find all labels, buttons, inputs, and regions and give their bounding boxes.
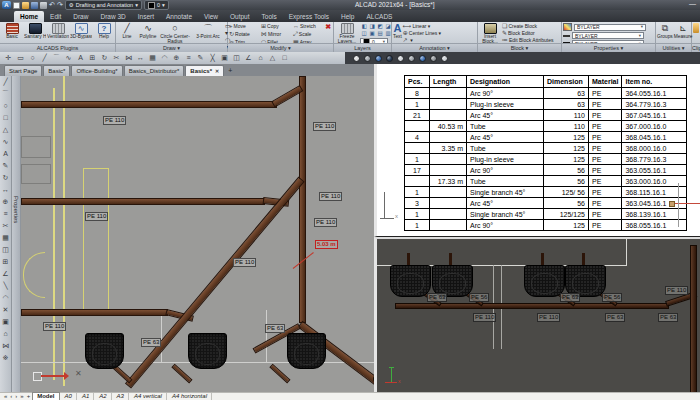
doc-tab[interactable]: Office-Building* [71,65,122,76]
layout-tab-model[interactable]: Model [32,392,59,400]
tool-icon[interactable]: ↻ [99,53,110,63]
panel-label[interactable]: Properties ▾ [562,43,655,52]
layout-tab-a4-horizontal[interactable]: A4 horizontal [168,393,212,400]
tool-icon[interactable]: ▣ [1,316,11,328]
doc-tab[interactable]: Basic* [43,65,70,76]
modify-rotate-button[interactable]: ↻Rotate [229,31,260,38]
linetype-dropdown[interactable]: BYLAYER▾ [572,32,644,39]
tool-icon[interactable]: ✎ [195,53,206,63]
modify-move-button[interactable]: +Move [229,23,260,30]
tool-icon[interactable]: ⌒ [51,53,62,63]
panel-label[interactable]: Draw ▾ [116,43,227,52]
tool-icon[interactable]: ╳ [207,53,218,63]
tool-icon[interactable]: ○ [1,100,11,112]
ribbon-tab-draw[interactable]: Draw [67,11,94,22]
tool-icon[interactable]: ∠ [243,53,254,63]
panel-label[interactable]: Block ▾ [478,43,561,52]
groups-button[interactable]: ⧉ Groups [657,23,673,39]
tool-icon[interactable]: ∠ [1,268,11,280]
layout-tab-a1[interactable]: A1 [78,393,94,400]
line-button[interactable]: ╱Line [117,23,137,39]
open-file-icon[interactable] [22,2,29,9]
paste-icon[interactable] [693,23,699,33]
workspace-dropdown[interactable]: ⚙ Drafting and Annotation ▾ [65,0,142,10]
new-file-icon[interactable] [13,2,20,9]
tool-icon[interactable]: ⊞ [1,256,11,268]
3-point-arc-button[interactable]: ⌒3-Point Arc [192,23,224,39]
sanitary-heating-button[interactable]: Sanitary Heating [24,23,46,39]
layout-tab-a0[interactable]: A0 [61,393,77,400]
doc-tab[interactable]: Start Page [4,65,42,76]
view-style-icon[interactable] [430,55,437,62]
tool-icon[interactable]: ◠ [159,53,170,63]
layout-nav-icon[interactable]: ‹ [9,393,13,400]
tool-icon[interactable]: ⊞ [87,53,98,63]
save-icon[interactable] [31,2,38,9]
tool-icon[interactable]: ⌂ [1,328,11,340]
section-3d-viewport[interactable]: x PE 63PE 56PE 63PE 56PE 110PE 110PE 63P… [374,237,700,392]
tool-icon[interactable]: ╲ [1,280,11,292]
parts-list-pane[interactable]: Pcs.LengthDesignationDimensionMaterialIt… [374,64,700,237]
color-dropdown[interactable]: BYLAYER▾ [574,24,646,31]
help-button[interactable]: ?Help [93,23,115,39]
tool-icon[interactable]: ▦ [147,53,158,63]
panel-label[interactable]: Annotation ▾ [392,43,477,52]
measure-button[interactable]: ⊾ Measure [674,23,693,39]
tool-icon[interactable]: ✕ [1,304,11,316]
view-style-icon[interactable] [397,55,404,62]
tool-icon[interactable]: ⌂ [255,53,266,63]
tool-icon[interactable]: ✂ [1,220,11,232]
view-style-icon[interactable] [386,55,393,62]
ribbon-tab-annotate[interactable]: Annotate [160,11,198,22]
tool-icon[interactable]: ∿ [1,136,11,148]
tool-icon[interactable]: A [1,148,11,160]
ribbon-tab-express-tools[interactable]: Express Tools [283,11,335,22]
ribbon-tab-alcads[interactable]: ALCADS [360,11,398,22]
ribbon-tab-output[interactable]: Output [224,11,256,22]
new-tab-button[interactable]: + [225,66,235,76]
tool-icon[interactable]: ▣ [219,53,230,63]
tool-icon[interactable]: □ [1,112,11,124]
app-logo-icon[interactable]: A [2,1,11,9]
ribbon-tab-edit[interactable]: Edit [44,11,67,22]
linear-dimension-button[interactable]: ⟷Linear ▾ [403,23,476,30]
view-style-icon[interactable] [441,55,448,62]
panel-label[interactable]: Modify ▾ [228,43,333,52]
freeze-layers-button[interactable]: Freeze Layers... [335,23,359,44]
tool-icon[interactable]: ✎ [1,160,11,172]
ribbon-tab-help[interactable]: Help [335,11,360,22]
view-style-icon[interactable] [408,55,415,62]
layout-tab-a2[interactable]: A2 [95,393,111,400]
3d-bypass-button[interactable]: ∿3D-Bypass [70,23,92,39]
block-editor-button[interactable]: ✎Block Editor [502,30,560,37]
layout-nav-icon[interactable]: « [3,393,8,400]
tool-icon[interactable]: ◫ [1,244,11,256]
tool-icon[interactable]: ╱ [1,76,11,88]
modify-stretch-button[interactable]: ↔Stretch [293,23,324,30]
panel-label[interactable]: ALCADS Plugins [0,43,115,52]
tool-icon[interactable]: ✂ [111,53,122,63]
layer-tools-icons[interactable]: ◧◨◩◪◫▣▤▥ [360,23,392,37]
view-style-icon[interactable] [419,55,426,62]
basic-button[interactable]: Basic [1,23,23,39]
tool-icon[interactable]: ╱ [39,53,50,63]
close-icon[interactable]: ✕ [215,68,219,74]
modify-scale-button[interactable]: ⤢Scale [293,31,324,38]
redo-icon[interactable]: ↷ [57,1,63,9]
center-lines-button[interactable]: ⊕Center Lines ▾ [403,30,476,37]
tool-icon[interactable]: ≡ [1,208,11,220]
tool-icon[interactable]: △ [1,124,11,136]
tool-icon[interactable]: ◫ [231,53,242,63]
properties-collapsed-tab[interactable]: Properties [12,76,21,392]
layer-quick-dropdown[interactable]: 0 ▾ [144,0,169,10]
modify-copy-button[interactable]: ⊞Copy [261,23,292,30]
tool-icon[interactable]: ⌒ [1,88,11,100]
view-style-icon[interactable] [375,55,382,62]
modify-mirror-button[interactable]: ⋈Mirror [261,31,292,38]
panel-label[interactable]: Clipb [692,43,700,52]
ribbon-tab-insert[interactable]: Insert [132,11,160,22]
undo-icon[interactable]: ↶ [49,1,55,9]
tool-icon[interactable]: A [75,53,86,63]
layout-nav-icon[interactable]: + [26,393,32,400]
tool-icon[interactable]: ⋈ [123,53,134,63]
